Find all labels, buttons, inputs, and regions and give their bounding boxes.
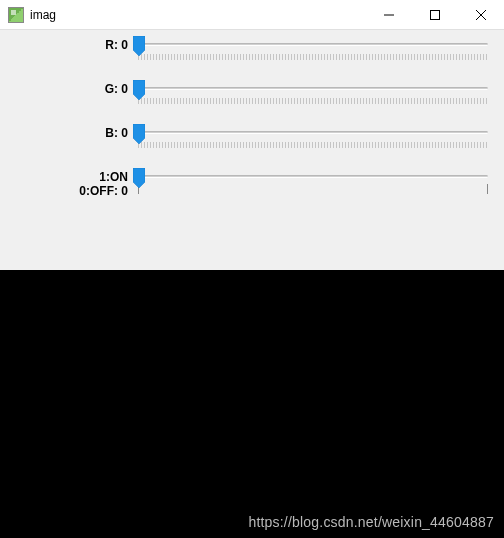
- svg-rect-1: [431, 10, 440, 19]
- slider-label-b: B: 0: [0, 124, 134, 140]
- slider-b[interactable]: [134, 124, 492, 152]
- slider-thumb-r[interactable]: [133, 36, 145, 56]
- watermark: https://blog.csdn.net/weixin_44604887: [248, 514, 494, 530]
- slider-row-toggle: 1:ON 0:OFF: 0: [0, 168, 504, 222]
- slider-thumb-toggle[interactable]: [133, 168, 145, 188]
- image-display: https://blog.csdn.net/weixin_44604887: [0, 270, 504, 538]
- slider-label-g: G: 0: [0, 80, 134, 96]
- slider-label-toggle: 1:ON 0:OFF: 0: [0, 168, 134, 198]
- minimize-button[interactable]: [366, 0, 412, 29]
- window-title: imag: [30, 8, 56, 22]
- window-controls: [366, 0, 504, 29]
- slider-row-g: G: 0: [0, 80, 504, 124]
- titlebar: imag: [0, 0, 504, 30]
- slider-thumb-g[interactable]: [133, 80, 145, 100]
- app-icon: [8, 7, 24, 23]
- trackbar-panel: R: 0 G: 0 B: 0 1:ON 0:OFF:: [0, 30, 504, 222]
- slider-g[interactable]: [134, 80, 492, 108]
- slider-row-r: R: 0: [0, 36, 504, 80]
- slider-row-b: B: 0: [0, 124, 504, 168]
- slider-toggle[interactable]: [134, 168, 492, 196]
- maximize-button[interactable]: [412, 0, 458, 29]
- slider-thumb-b[interactable]: [133, 124, 145, 144]
- slider-r[interactable]: [134, 36, 492, 64]
- slider-label-r: R: 0: [0, 36, 134, 52]
- close-button[interactable]: [458, 0, 504, 29]
